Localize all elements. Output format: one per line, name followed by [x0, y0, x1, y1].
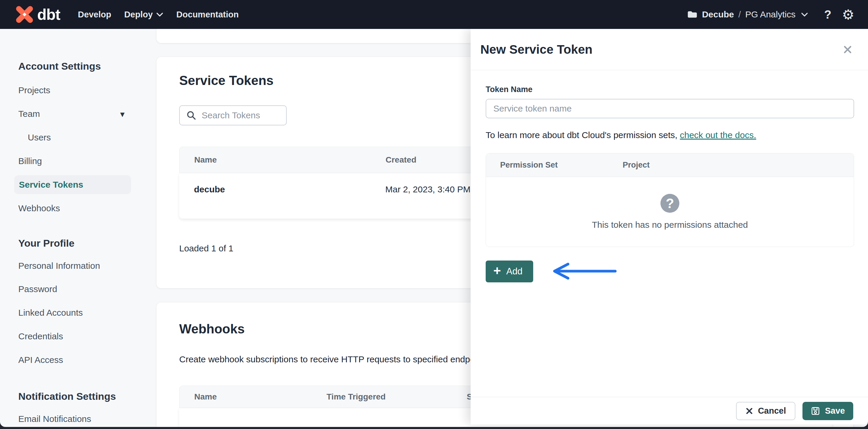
folder-icon — [687, 10, 698, 19]
column-header-name: Name — [180, 392, 327, 402]
cancel-button[interactable]: Cancel — [736, 402, 795, 420]
empty-state-text: This token has no permissions attached — [592, 220, 748, 230]
column-header-time-triggered: Time Triggered — [327, 392, 467, 402]
sidebar-heading-notification-settings: Notification Settings — [18, 390, 151, 403]
permissions-empty-state: ? This token has no permissions attached — [486, 177, 854, 247]
permissions-table-header: Permission Set Project — [486, 154, 854, 177]
account-name: Decube — [702, 9, 734, 20]
sidebar-item-team[interactable]: Team ▾ — [18, 102, 125, 126]
new-service-token-drawer: New Service Token Token Name To learn mo… — [471, 29, 868, 425]
column-header-project: Project — [623, 161, 650, 170]
sidebar-item-service-tokens[interactable]: Service Tokens — [14, 175, 131, 194]
sidebar-item-linked-accounts[interactable]: Linked Accounts — [18, 301, 151, 325]
nav-documentation[interactable]: Documentation — [175, 7, 240, 23]
nav-develop[interactable]: Develop — [77, 7, 113, 23]
sidebar-heading-account-settings: Account Settings — [18, 60, 151, 73]
sidebar-item-users[interactable]: Users — [18, 126, 151, 149]
dbt-cloud-app: dbt Develop Deploy Documentation Decube … — [0, 0, 868, 427]
sidebar-item-webhooks[interactable]: Webhooks — [18, 197, 151, 220]
chevron-down-icon — [156, 12, 163, 17]
docs-link[interactable]: check out the docs. — [680, 130, 756, 140]
permissions-table: Permission Set Project ? This token has … — [486, 153, 854, 247]
sidebar-item-billing[interactable]: Billing — [18, 149, 151, 173]
sidebar-item-credentials[interactable]: Credentials — [18, 325, 151, 348]
search-tokens-input[interactable] — [201, 110, 281, 121]
primary-nav: Develop Deploy Documentation — [77, 7, 240, 23]
dbt-logo-text: dbt — [37, 6, 60, 23]
project-name: PG Analytics — [745, 9, 795, 20]
nav-deploy[interactable]: Deploy — [123, 7, 165, 23]
dbt-logo-icon — [16, 5, 34, 24]
plus-icon: + — [493, 264, 501, 277]
drawer-title: New Service Token — [480, 42, 593, 57]
close-icon[interactable] — [840, 42, 855, 57]
save-button[interactable]: Save — [802, 402, 853, 420]
x-icon — [745, 407, 753, 415]
drawer-body: Token Name To learn more about dbt Cloud… — [471, 70, 868, 397]
account-project-switcher[interactable]: Decube / PG Analytics — [687, 9, 808, 20]
docs-hint-text: To learn more about dbt Cloud's permissi… — [486, 130, 677, 140]
dbt-logo[interactable]: dbt — [16, 5, 60, 24]
drawer-footer: Cancel Save — [471, 397, 868, 425]
settings-gear-icon[interactable]: ⚙ — [842, 6, 855, 23]
sidebar-item-projects[interactable]: Projects — [18, 78, 151, 102]
annotation-arrow-icon — [543, 262, 618, 281]
sidebar-item-email-notifications[interactable]: Email Notifications — [18, 407, 151, 425]
settings-sidebar: Account Settings Projects Team ▾ Users B… — [0, 29, 151, 425]
token-name-cell: decube — [179, 185, 385, 219]
add-button[interactable]: + Add — [486, 261, 533, 283]
token-name-label: Token Name — [486, 85, 854, 94]
search-icon — [186, 110, 196, 120]
chevron-down-icon: ▾ — [120, 109, 125, 119]
sidebar-item-password[interactable]: Password — [18, 277, 151, 301]
navbar-right: Decube / PG Analytics ? ⚙ — [687, 6, 855, 23]
docs-hint: To learn more about dbt Cloud's permissi… — [486, 130, 854, 140]
question-mark-icon: ? — [660, 194, 679, 213]
column-header-permission-set: Permission Set — [486, 161, 623, 170]
save-floppy-icon — [811, 406, 820, 416]
token-name-input[interactable] — [486, 99, 854, 118]
chevron-down-icon — [801, 12, 808, 17]
sidebar-heading-your-profile: Your Profile — [18, 237, 151, 250]
top-navbar: dbt Develop Deploy Documentation Decube … — [0, 0, 868, 29]
drawer-header: New Service Token — [471, 29, 868, 70]
column-header-name: Name — [180, 155, 385, 165]
breadcrumb-separator: / — [738, 9, 741, 20]
help-icon[interactable]: ? — [824, 8, 831, 21]
search-tokens-field[interactable] — [179, 105, 287, 125]
sidebar-item-personal-information[interactable]: Personal Information — [18, 254, 151, 277]
sidebar-item-api-access[interactable]: API Access — [18, 348, 151, 372]
add-permission-row: + Add — [486, 261, 854, 283]
